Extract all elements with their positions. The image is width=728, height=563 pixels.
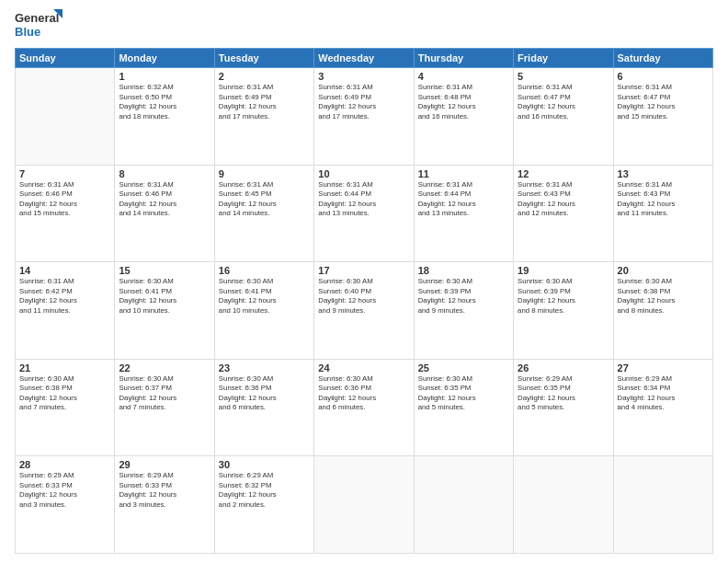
day-info: Sunrise: 6:30 AM Sunset: 6:40 PM Dayligh…: [318, 277, 409, 316]
day-number: 2: [219, 71, 310, 82]
day-info: Sunrise: 6:31 AM Sunset: 6:46 PM Dayligh…: [119, 180, 210, 219]
day-number: 30: [219, 459, 310, 470]
calendar-cell: 5Sunrise: 6:31 AM Sunset: 6:47 PM Daylig…: [514, 68, 613, 166]
calendar-cell: 1Sunrise: 6:32 AM Sunset: 6:50 PM Daylig…: [115, 68, 214, 166]
day-number: 23: [219, 362, 310, 373]
calendar-cell: 19Sunrise: 6:30 AM Sunset: 6:39 PM Dayli…: [514, 262, 613, 360]
calendar-cell: 18Sunrise: 6:30 AM Sunset: 6:39 PM Dayli…: [414, 262, 513, 360]
day-number: 14: [19, 265, 110, 276]
day-info: Sunrise: 6:30 AM Sunset: 6:36 PM Dayligh…: [318, 374, 409, 413]
calendar-cell: 27Sunrise: 6:29 AM Sunset: 6:34 PM Dayli…: [613, 359, 712, 456]
calendar-cell: 26Sunrise: 6:29 AM Sunset: 6:35 PM Dayli…: [514, 359, 613, 456]
calendar-cell: [414, 456, 513, 554]
calendar-week-row: 7Sunrise: 6:31 AM Sunset: 6:46 PM Daylig…: [16, 165, 713, 262]
weekday-header-monday: Monday: [115, 49, 214, 68]
svg-text:General: General: [15, 11, 59, 25]
day-info: Sunrise: 6:31 AM Sunset: 6:48 PM Dayligh…: [418, 83, 509, 121]
day-number: 7: [19, 168, 110, 179]
weekday-header-thursday: Thursday: [414, 49, 513, 68]
day-info: Sunrise: 6:30 AM Sunset: 6:41 PM Dayligh…: [219, 277, 310, 316]
day-number: 8: [119, 168, 210, 179]
calendar-cell: 12Sunrise: 6:31 AM Sunset: 6:43 PM Dayli…: [514, 165, 613, 262]
day-number: 21: [19, 362, 110, 373]
day-info: Sunrise: 6:29 AM Sunset: 6:32 PM Dayligh…: [219, 471, 310, 510]
day-info: Sunrise: 6:30 AM Sunset: 6:38 PM Dayligh…: [618, 277, 709, 316]
day-number: 18: [418, 265, 509, 276]
day-number: 15: [119, 265, 210, 276]
calendar-cell: 2Sunrise: 6:31 AM Sunset: 6:49 PM Daylig…: [214, 68, 313, 166]
day-info: Sunrise: 6:30 AM Sunset: 6:39 PM Dayligh…: [418, 277, 509, 316]
day-number: 29: [119, 459, 210, 470]
weekday-header-saturday: Saturday: [613, 49, 712, 68]
calendar-cell: [314, 456, 414, 554]
day-number: 26: [518, 362, 609, 373]
calendar-cell: 13Sunrise: 6:31 AM Sunset: 6:43 PM Dayli…: [613, 165, 712, 262]
calendar-week-row: 1Sunrise: 6:32 AM Sunset: 6:50 PM Daylig…: [16, 68, 713, 166]
day-info: Sunrise: 6:31 AM Sunset: 6:49 PM Dayligh…: [318, 83, 409, 121]
day-number: 27: [618, 362, 709, 373]
calendar-week-row: 14Sunrise: 6:31 AM Sunset: 6:42 PM Dayli…: [16, 262, 713, 360]
day-info: Sunrise: 6:32 AM Sunset: 6:50 PM Dayligh…: [119, 83, 210, 121]
day-info: Sunrise: 6:31 AM Sunset: 6:49 PM Dayligh…: [219, 83, 310, 121]
calendar-cell: 7Sunrise: 6:31 AM Sunset: 6:46 PM Daylig…: [16, 165, 115, 262]
day-number: 10: [318, 168, 409, 179]
calendar-cell: 21Sunrise: 6:30 AM Sunset: 6:38 PM Dayli…: [16, 359, 115, 456]
calendar-cell: 15Sunrise: 6:30 AM Sunset: 6:41 PM Dayli…: [115, 262, 214, 360]
day-info: Sunrise: 6:30 AM Sunset: 6:41 PM Dayligh…: [119, 277, 210, 316]
day-info: Sunrise: 6:31 AM Sunset: 6:46 PM Dayligh…: [19, 180, 110, 219]
logo: GeneralBlue: [15, 9, 70, 42]
day-info: Sunrise: 6:30 AM Sunset: 6:36 PM Dayligh…: [219, 374, 310, 413]
day-info: Sunrise: 6:29 AM Sunset: 6:35 PM Dayligh…: [518, 374, 609, 413]
day-number: 28: [19, 459, 110, 470]
day-info: Sunrise: 6:31 AM Sunset: 6:47 PM Dayligh…: [518, 83, 609, 121]
day-number: 22: [119, 362, 210, 373]
day-number: 11: [418, 168, 509, 179]
calendar-body: 1Sunrise: 6:32 AM Sunset: 6:50 PM Daylig…: [16, 68, 713, 554]
calendar-week-row: 28Sunrise: 6:29 AM Sunset: 6:33 PM Dayli…: [16, 456, 713, 554]
day-info: Sunrise: 6:29 AM Sunset: 6:33 PM Dayligh…: [19, 471, 110, 510]
calendar-cell: 17Sunrise: 6:30 AM Sunset: 6:40 PM Dayli…: [314, 262, 414, 360]
weekday-header-tuesday: Tuesday: [214, 49, 313, 68]
calendar-cell: 10Sunrise: 6:31 AM Sunset: 6:44 PM Dayli…: [314, 165, 414, 262]
calendar-cell: 4Sunrise: 6:31 AM Sunset: 6:48 PM Daylig…: [414, 68, 513, 166]
day-number: 3: [318, 71, 409, 82]
day-number: 4: [418, 71, 509, 82]
calendar-cell: 8Sunrise: 6:31 AM Sunset: 6:46 PM Daylig…: [115, 165, 214, 262]
calendar-cell: 20Sunrise: 6:30 AM Sunset: 6:38 PM Dayli…: [613, 262, 712, 360]
day-number: 17: [318, 265, 409, 276]
page-header: GeneralBlue: [15, 9, 713, 42]
calendar-cell: 6Sunrise: 6:31 AM Sunset: 6:47 PM Daylig…: [613, 68, 712, 166]
day-number: 5: [518, 71, 609, 82]
calendar-cell: 23Sunrise: 6:30 AM Sunset: 6:36 PM Dayli…: [214, 359, 313, 456]
day-info: Sunrise: 6:30 AM Sunset: 6:38 PM Dayligh…: [19, 374, 110, 413]
calendar-header: SundayMondayTuesdayWednesdayThursdayFrid…: [16, 49, 713, 68]
day-info: Sunrise: 6:30 AM Sunset: 6:37 PM Dayligh…: [119, 374, 210, 413]
day-number: 13: [618, 168, 709, 179]
weekday-header-row: SundayMondayTuesdayWednesdayThursdayFrid…: [16, 49, 713, 68]
day-number: 19: [518, 265, 609, 276]
day-info: Sunrise: 6:31 AM Sunset: 6:47 PM Dayligh…: [618, 83, 709, 121]
calendar-cell: 30Sunrise: 6:29 AM Sunset: 6:32 PM Dayli…: [214, 456, 313, 554]
day-number: 1: [119, 71, 210, 82]
calendar-cell: 11Sunrise: 6:31 AM Sunset: 6:44 PM Dayli…: [414, 165, 513, 262]
calendar-cell: 28Sunrise: 6:29 AM Sunset: 6:33 PM Dayli…: [16, 456, 115, 554]
calendar-cell: 16Sunrise: 6:30 AM Sunset: 6:41 PM Dayli…: [214, 262, 313, 360]
calendar-table: SundayMondayTuesdayWednesdayThursdayFrid…: [15, 48, 713, 554]
calendar-cell: 25Sunrise: 6:30 AM Sunset: 6:35 PM Dayli…: [414, 359, 513, 456]
calendar-cell: 14Sunrise: 6:31 AM Sunset: 6:42 PM Dayli…: [16, 262, 115, 360]
day-info: Sunrise: 6:31 AM Sunset: 6:45 PM Dayligh…: [219, 180, 310, 219]
day-info: Sunrise: 6:29 AM Sunset: 6:34 PM Dayligh…: [618, 374, 709, 413]
day-number: 24: [318, 362, 409, 373]
calendar-cell: 9Sunrise: 6:31 AM Sunset: 6:45 PM Daylig…: [214, 165, 313, 262]
day-number: 6: [618, 71, 709, 82]
day-number: 25: [418, 362, 509, 373]
weekday-header-sunday: Sunday: [16, 49, 115, 68]
day-info: Sunrise: 6:30 AM Sunset: 6:39 PM Dayligh…: [518, 277, 609, 316]
calendar-cell: [16, 68, 115, 166]
day-number: 16: [219, 265, 310, 276]
weekday-header-friday: Friday: [514, 49, 613, 68]
day-info: Sunrise: 6:31 AM Sunset: 6:44 PM Dayligh…: [318, 180, 409, 219]
day-info: Sunrise: 6:31 AM Sunset: 6:43 PM Dayligh…: [618, 180, 709, 219]
day-info: Sunrise: 6:31 AM Sunset: 6:43 PM Dayligh…: [518, 180, 609, 219]
calendar-cell: [514, 456, 613, 554]
